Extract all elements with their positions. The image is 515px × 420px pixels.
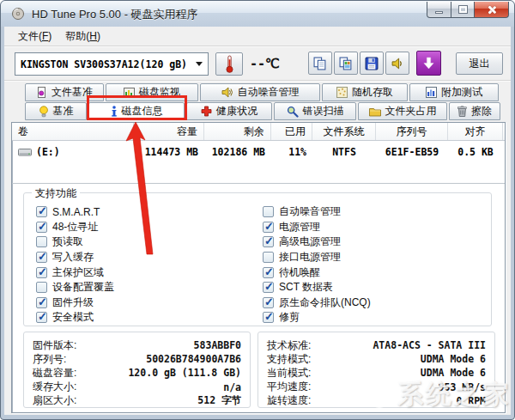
info-label: 磁盘容量: [33, 366, 76, 380]
menu-label: 帮助( [65, 30, 89, 42]
close-button[interactable] [475, 2, 509, 18]
tab-health[interactable]: 健康状况 [186, 102, 272, 120]
checkbox[interactable] [36, 236, 47, 247]
tab-extra-tests[interactable]: 附加测试 [409, 83, 499, 101]
checkbox[interactable] [36, 312, 47, 323]
info-label: 固件版本: [33, 338, 76, 353]
sound-options-button[interactable] [385, 52, 409, 75]
checkbox[interactable] [263, 206, 274, 217]
feature-label: 安全模式 [52, 310, 94, 325]
feature-label: 固件升级 [52, 295, 94, 310]
info-value: n/a [223, 381, 241, 393]
menu-label: 文件( [18, 30, 42, 42]
tab-folder-usage[interactable]: 文件夹占用 [358, 102, 447, 120]
tab-error-scan[interactable]: 错误扫描 [274, 102, 356, 120]
feature-item: 修剪 [263, 310, 371, 326]
info-row: 缓存大小:n/a [33, 380, 241, 394]
column-header-serial[interactable]: 序列号 [376, 123, 448, 140]
info-label: 旋转速度: [267, 393, 311, 408]
window-title: HD Tune Pro 5.00 - 硬盘实用程序 [32, 7, 198, 22]
feature-item: 原生命令排队(NCQ) [263, 295, 371, 311]
info-label: 扇区大小: [33, 393, 76, 408]
benchmark-icon [39, 106, 49, 118]
drive-name: KINGSTON SV300S37A12 [21, 58, 139, 70]
minimize-button[interactable] [427, 2, 451, 18]
maximize-icon [459, 6, 467, 13]
checkbox[interactable] [263, 297, 274, 308]
window-controls [427, 2, 509, 18]
checkbox[interactable] [36, 222, 47, 233]
minimize-icon [435, 11, 443, 14]
speaker-gold-icon [391, 57, 404, 70]
feature-label: 主保护区域 [52, 265, 104, 280]
column-header-capacity[interactable]: 容量 [134, 123, 204, 140]
temperature-readout: --℃ [250, 56, 280, 71]
update-button[interactable] [416, 51, 441, 76]
info-row: 支持模式:UDMA Mode 6 [267, 352, 486, 366]
feature-item: 固件升级 [36, 295, 114, 311]
download-arrow-icon [422, 57, 435, 70]
feature-item: 安全模式 [36, 310, 114, 326]
tab-file-benchmark[interactable]: 文件基准 [25, 83, 104, 101]
info-row: 序列号:50026B784900A7B6 [33, 352, 241, 366]
volume-filesystem: NTFS [312, 146, 376, 158]
app-window: HD Tune Pro 5.00 - 硬盘实用程序 文件(F) 帮助(H) KI… [0, 0, 515, 420]
feature-item: 设备配置覆盖 [36, 280, 114, 295]
column-header-volume[interactable]: 卷 [12, 123, 134, 140]
checkbox[interactable] [36, 206, 47, 217]
exit-button-label: 退出 [470, 57, 490, 71]
volume-name: (E:) [36, 146, 60, 158]
tab-random-access[interactable]: 随机存取 [322, 83, 408, 101]
info-value: UDMA Mode 6 [421, 353, 486, 365]
column-header-filesystem[interactable]: 文件系统 [312, 123, 376, 140]
tab-disk-monitor[interactable]: 磁盘监视 [106, 83, 198, 101]
checkbox[interactable] [36, 282, 47, 293]
tab-label: 错误扫描 [303, 104, 344, 119]
checkbox[interactable] [263, 222, 274, 233]
exit-button[interactable]: 退出 [456, 52, 503, 75]
checkbox[interactable] [263, 267, 274, 278]
drive-details-rows: 固件版本:583ABBF0 序列号:50026B784900A7B6 磁盘容量:… [24, 332, 250, 408]
tab-benchmark[interactable]: 基准 [25, 102, 87, 120]
checkbox[interactable] [36, 252, 47, 263]
checkbox[interactable] [36, 297, 47, 308]
column-header-alignment[interactable]: 对齐 [448, 123, 503, 140]
tab-erase[interactable]: 擦除 [449, 102, 500, 120]
volume-header-row: 卷 容量 剩余 已用 文件系统 序列号 对齐 [12, 123, 505, 141]
volume-row[interactable]: (E:) 114473 MB 102186 MB 11% NTFS 6E1F-E… [12, 141, 505, 163]
feature-label: 修剪 [279, 310, 300, 325]
temperature-button[interactable] [215, 52, 243, 76]
info-row: 当前模式:UDMA Mode 6 [267, 366, 486, 380]
feature-label: 预读取 [52, 234, 83, 249]
separator [4, 80, 511, 82]
drive-select[interactable]: KINGSTON SV300S37A12 (120 gB) [15, 52, 209, 76]
menu-file[interactable]: 文件(F) [11, 27, 58, 46]
column-header-used[interactable]: 已用 [271, 123, 312, 140]
menu-accel: H [89, 30, 97, 42]
info-value: 0 RPM [456, 395, 486, 407]
copy-image-icon [339, 57, 353, 70]
copy-text-button[interactable] [308, 52, 332, 75]
feature-item: SCT 数据表 [263, 280, 371, 295]
checkbox[interactable] [263, 312, 274, 323]
column-header-free[interactable]: 剩余 [204, 123, 271, 140]
tab-aam[interactable]: 自动噪音管理 [200, 83, 320, 101]
maximize-button[interactable] [451, 2, 475, 18]
menu-help[interactable]: 帮助(H) [58, 27, 107, 46]
feature-label: 48-位寻址 [52, 220, 98, 234]
checkbox[interactable] [36, 267, 47, 278]
disk-monitor-icon [124, 87, 135, 98]
info-label: 支持模式: [267, 352, 311, 367]
feature-label: 原生命令排队(NCQ) [279, 295, 371, 310]
save-button[interactable] [360, 52, 384, 75]
checkbox[interactable] [263, 236, 274, 247]
checkbox[interactable] [263, 282, 274, 293]
volume-used: 11% [271, 146, 312, 158]
copy-image-button[interactable] [334, 52, 358, 75]
feature-item: S.M.A.R.T [36, 204, 114, 220]
feature-item: 高级电源管理 [263, 234, 371, 250]
trash-icon [457, 106, 467, 117]
checkbox[interactable] [263, 252, 274, 263]
info-row: 技术标准:ATA8-ACS - SATA III [267, 338, 486, 352]
tab-disk-info[interactable]: 磁盘信息 [88, 102, 185, 120]
